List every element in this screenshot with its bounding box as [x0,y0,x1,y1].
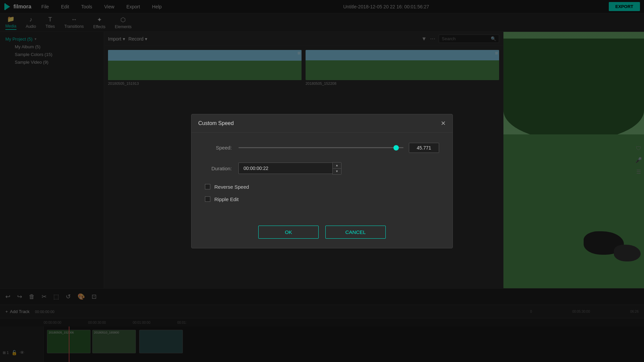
modal-footer: OK CANCEL [192,219,452,248]
modal-overlay: Custom Speed ✕ Speed: Duration: ▲ ▼ [0,0,644,362]
reverse-speed-label: Reverse Speed [214,184,249,190]
duration-increment-button[interactable]: ▲ [333,163,341,169]
duration-decrement-button[interactable]: ▼ [333,169,341,174]
duration-input-container: ▲ ▼ [238,162,341,175]
ok-button[interactable]: OK [258,226,319,239]
speed-slider-container [238,143,439,153]
modal-body: Speed: Duration: ▲ ▼ [192,133,452,219]
reverse-speed-row: Reverse Speed [205,184,439,190]
ripple-edit-checkbox[interactable] [205,196,210,202]
modal-header: Custom Speed ✕ [192,114,452,133]
duration-input[interactable] [238,163,332,174]
ripple-edit-label: Ripple Edit [214,196,239,202]
duration-spinners: ▲ ▼ [332,162,341,175]
speed-slider[interactable] [238,147,404,148]
reverse-speed-checkbox[interactable] [205,184,210,189]
speed-row: Speed: [205,143,439,153]
ripple-edit-row: Ripple Edit [205,196,439,202]
speed-value-input[interactable] [409,143,439,153]
duration-label: Duration: [205,166,232,171]
modal-close-button[interactable]: ✕ [441,120,446,127]
modal-title: Custom Speed [198,120,234,126]
cancel-button[interactable]: CANCEL [325,226,386,239]
duration-row: Duration: ▲ ▼ [205,162,439,175]
custom-speed-dialog: Custom Speed ✕ Speed: Duration: ▲ ▼ [191,114,453,248]
speed-label: Speed: [205,145,232,150]
